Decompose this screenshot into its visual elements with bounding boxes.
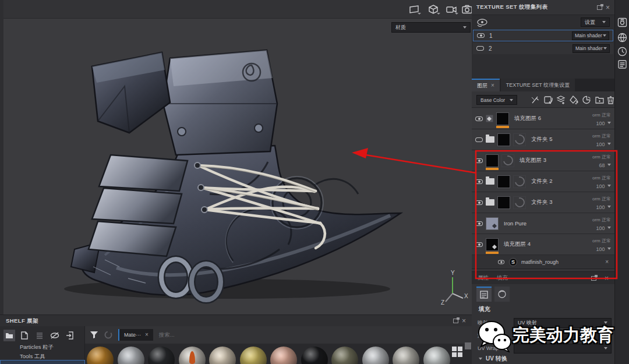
layer-row[interactable]: 文件夹 3 orm 正常 100 (472, 192, 614, 213)
layer-thumbnail[interactable] (497, 175, 510, 188)
layer-thumbnail[interactable] (486, 154, 499, 167)
material-swatch[interactable] (423, 347, 450, 364)
shader-dropdown[interactable]: Main shader (573, 44, 610, 53)
filter-dropdown[interactable] (514, 331, 612, 341)
scrollbar-thumb[interactable] (465, 342, 471, 349)
visibility-eye-icon[interactable] (475, 200, 483, 205)
tab-fill[interactable]: 填充 (497, 274, 508, 282)
tab-texture-set-settings[interactable]: TEXTURE SET 纹理集设置 (501, 79, 575, 91)
mask-thumbnail[interactable] (513, 196, 526, 209)
mask-thumbnail[interactable] (513, 175, 526, 188)
mask-thumbnail[interactable] (513, 133, 526, 146)
filter-tag-material[interactable]: Mate··· (118, 329, 153, 341)
fill-properties-button[interactable] (476, 287, 492, 302)
layer-row[interactable]: 填充图层 3 orm 正常 68 (472, 150, 614, 171)
visibility-eye-off-icon[interactable] (476, 46, 484, 51)
material-swatch[interactable] (118, 347, 144, 364)
material-swatch[interactable] (148, 347, 175, 364)
visibility-eye-off-icon[interactable] (475, 137, 483, 142)
remove-effect-icon[interactable] (605, 259, 609, 266)
layer-thumbnail[interactable] (497, 133, 510, 146)
visibility-eye-icon[interactable] (475, 242, 483, 247)
undock-icon[interactable] (597, 5, 602, 10)
texture-set-row[interactable]: 1 Main shader (473, 30, 613, 41)
add-layer-icon[interactable] (556, 95, 566, 105)
display-mode-icon[interactable] (408, 4, 421, 15)
uv-wrap-dropdown[interactable] (514, 344, 612, 354)
layer-opacity[interactable]: 100 (596, 183, 605, 189)
blend-mode[interactable]: orm 正常 (592, 154, 611, 160)
tab-layers[interactable]: 图层 (472, 79, 500, 91)
blend-mode[interactable]: orm 正常 (592, 196, 611, 202)
import-icon[interactable] (64, 330, 76, 341)
shader-dropdown[interactable]: Main shader (572, 31, 609, 40)
close-icon[interactable] (605, 275, 609, 282)
visibility-eye-icon[interactable] (475, 116, 483, 121)
blend-mode[interactable]: orm 正常 (592, 217, 611, 222)
uv-transform-section[interactable]: UV 转换 (479, 355, 507, 363)
remove-filter-icon[interactable] (145, 331, 149, 338)
blend-mode[interactable]: orm 正常 (592, 238, 611, 243)
close-icon[interactable] (462, 317, 466, 324)
list-view-icon[interactable] (34, 330, 45, 341)
settings-dropdown[interactable]: 设置 (581, 17, 610, 27)
material-swatch[interactable] (179, 347, 206, 364)
material-swatch[interactable] (209, 347, 236, 364)
grid-view-icon[interactable] (452, 347, 462, 357)
smart-material-icon[interactable] (582, 95, 592, 105)
layer-opacity[interactable]: 68 (599, 162, 605, 168)
cube-view-icon[interactable] (427, 4, 440, 15)
undock-icon[interactable] (453, 319, 458, 323)
mask-thumbnail[interactable] (501, 154, 514, 167)
sync-visibility-icon[interactable] (476, 17, 488, 27)
visibility-eye-icon[interactable] (475, 179, 483, 184)
tab-properties[interactable]: 属性 (478, 274, 489, 282)
filter-funnel-icon[interactable] (90, 331, 98, 339)
layer-row[interactable]: 文件夹 5 orm 正常 100 (472, 129, 614, 150)
material-thumbnail[interactable] (486, 217, 499, 230)
visibility-eye-icon[interactable] (475, 158, 483, 163)
log-icon[interactable] (617, 59, 627, 69)
layer-row[interactable]: 填充图层 4 orm 正常 100 (472, 234, 614, 255)
display-settings-icon[interactable] (617, 17, 627, 27)
layer-row[interactable]: Iron Pure orm 正常 100 (472, 213, 614, 234)
add-fill-layer-icon[interactable] (569, 95, 579, 105)
hide-icon[interactable] (49, 330, 61, 341)
shelf-tree-item-particles[interactable]: Particles 粒子 (0, 343, 85, 352)
material-swatch[interactable] (362, 347, 389, 364)
close-icon[interactable] (491, 82, 494, 89)
camera-view-icon[interactable] (446, 4, 458, 15)
material-sphere-button[interactable] (494, 287, 510, 302)
layer-opacity[interactable]: 100 (596, 142, 605, 147)
adjustment-icon[interactable] (543, 95, 553, 105)
history-icon[interactable] (617, 47, 627, 56)
effect-row[interactable]: matfinish_rough (472, 255, 614, 269)
texture-set-row[interactable]: 2 Main shader (473, 43, 613, 54)
new-item-icon[interactable] (19, 330, 30, 341)
layer-row[interactable]: 文件夹 2 orm 正常 100 (472, 171, 614, 192)
shelf-tree-item-selected[interactable] (0, 360, 85, 364)
layer-opacity[interactable]: 100 (596, 121, 605, 126)
visibility-eye-icon[interactable] (475, 221, 483, 226)
axis-gizmo[interactable]: Y X Z (440, 269, 470, 305)
material-swatch[interactable] (270, 347, 297, 364)
layer-thumbnail[interactable] (486, 238, 499, 251)
channel-dropdown[interactable]: Base Color (476, 95, 517, 105)
search-input[interactable]: 搜索... (159, 331, 175, 339)
blend-mode[interactable]: orm 正常 (592, 175, 611, 181)
layer-opacity[interactable]: 100 (596, 225, 605, 231)
material-swatch[interactable] (393, 347, 419, 364)
boot-3d-model[interactable] (23, 16, 443, 308)
layer-row[interactable]: 填充图层 6 orm 正常 100 (472, 108, 614, 129)
visibility-eye-icon[interactable] (498, 260, 504, 264)
layer-thumbnail[interactable] (496, 112, 509, 125)
material-swatch[interactable] (87, 347, 114, 364)
shader-settings-icon[interactable] (617, 33, 627, 43)
projection-dropdown[interactable]: UV 映射 (514, 318, 612, 328)
screenshot-icon[interactable] (461, 4, 472, 15)
material-swatch[interactable] (301, 347, 328, 364)
folder-view-icon[interactable] (3, 330, 15, 341)
add-effect-icon[interactable] (531, 95, 540, 105)
viewport-3d[interactable]: 材质 (0, 0, 472, 314)
undock-icon[interactable] (591, 276, 596, 281)
